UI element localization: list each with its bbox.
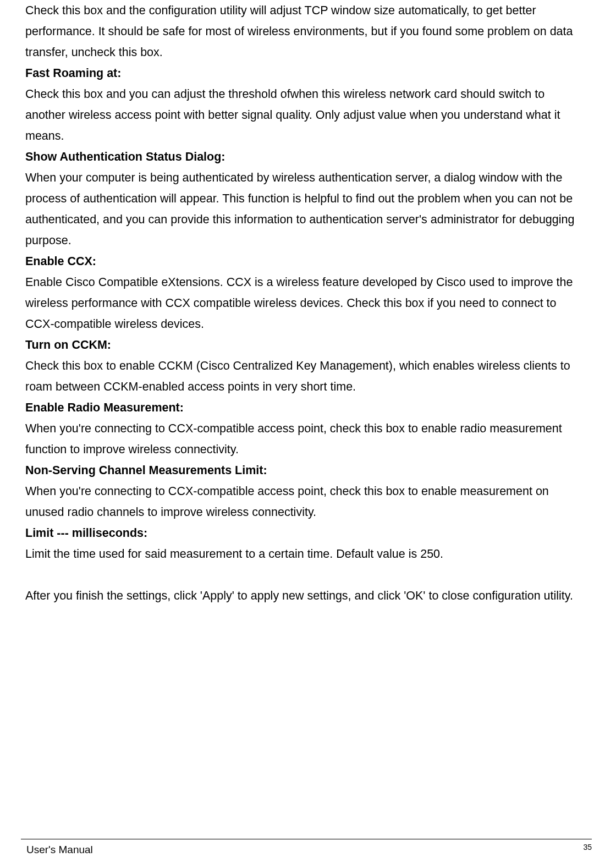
paragraph-fast-roaming: Check this box and you can adjust the th…	[25, 84, 583, 146]
footer-title: User's Manual	[26, 844, 93, 856]
paragraph-turn-on-cckm: Check this box to enable CCKM (Cisco Cen…	[25, 355, 583, 397]
paragraph-radio-measurement: When you're connecting to CCX-compatible…	[25, 418, 583, 460]
heading-limit-ms: Limit --- milliseconds:	[25, 523, 583, 543]
paragraph-enable-ccx: Enable Cisco Compatible eXtensions. CCX …	[25, 272, 583, 334]
heading-radio-measurement: Enable Radio Measurement:	[25, 397, 583, 418]
page-number: 35	[583, 843, 592, 851]
footer-divider	[21, 839, 592, 839]
paragraph-tcp-window: Check this box and the configuration uti…	[25, 0, 583, 63]
paragraph-auth-status: When your computer is being authenticate…	[25, 167, 583, 251]
document-page: Check this box and the configuration uti…	[0, 0, 605, 868]
heading-turn-on-cckm: Turn on CCKM:	[25, 334, 583, 355]
document-body: Check this box and the configuration uti…	[25, 0, 583, 606]
paragraph-limit-ms: Limit the time used for said measurement…	[25, 543, 583, 564]
heading-fast-roaming: Fast Roaming at:	[25, 63, 583, 84]
heading-non-serving: Non-Serving Channel Measurements Limit:	[25, 460, 583, 481]
heading-auth-status: Show Authentication Status Dialog:	[25, 146, 583, 167]
spacer	[25, 564, 583, 585]
heading-enable-ccx: Enable CCX:	[25, 251, 583, 272]
paragraph-non-serving: When you're connecting to CCX-compatible…	[25, 481, 583, 523]
paragraph-after-settings: After you finish the settings, click 'Ap…	[25, 585, 583, 606]
